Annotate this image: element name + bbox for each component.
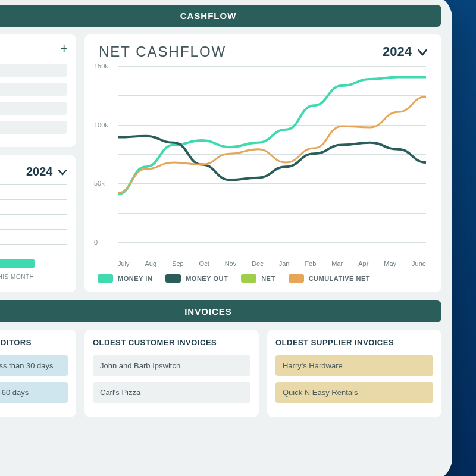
y-tick: 150k bbox=[94, 62, 108, 70]
creditors-card: CREDITORS Less than 30 days 30-60 days bbox=[0, 330, 76, 417]
placeholder-row bbox=[0, 64, 67, 77]
chart-title: NET CASHFLOW bbox=[99, 43, 226, 60]
side-year-selector[interactable]: 2024 bbox=[0, 165, 67, 178]
y-tick: 100k bbox=[94, 121, 108, 129]
creditor-item[interactable]: Less than 30 days bbox=[0, 355, 68, 376]
placeholder-row bbox=[0, 121, 67, 134]
chart-legend: MONEY IN MONEY OUT NET CUMULATIVE NET bbox=[94, 267, 432, 283]
x-tick: July bbox=[118, 260, 130, 267]
creditor-item[interactable]: 30-60 days bbox=[0, 382, 68, 403]
y-tick: 0 bbox=[94, 239, 98, 246]
x-tick: May bbox=[384, 260, 396, 267]
x-tick: Aug bbox=[145, 260, 157, 267]
swatch-money-out bbox=[165, 274, 181, 283]
side-chart-card: 2024 THIS MONTH bbox=[0, 155, 76, 292]
side-year-value: 2024 bbox=[26, 165, 53, 178]
plus-icon[interactable]: + bbox=[60, 41, 68, 57]
chart-year-value: 2024 bbox=[383, 44, 412, 59]
x-tick: Feb bbox=[305, 260, 316, 267]
chart-series-money-in bbox=[118, 77, 426, 194]
oldest-customer-title: OLDEST CUSTOMER INVOICES bbox=[93, 338, 250, 347]
x-tick: June bbox=[412, 260, 426, 267]
x-tick: Mar bbox=[331, 260, 343, 267]
net-cashflow-chart: NET CASHFLOW 2024 150k100k50k0 JulyAugSe… bbox=[84, 34, 441, 292]
swatch-net bbox=[241, 274, 256, 283]
placeholder-row bbox=[0, 83, 67, 96]
y-tick: 50k bbox=[94, 180, 105, 187]
x-tick: Sep bbox=[172, 260, 184, 267]
legend-cumulative-net: CUMULATIVE NET bbox=[289, 274, 370, 283]
chevron-down-icon bbox=[58, 165, 67, 178]
section-cashflow: CASHFLOW bbox=[0, 5, 441, 27]
placeholder-row bbox=[0, 102, 67, 115]
chart-year-selector[interactable]: 2024 bbox=[383, 44, 427, 60]
supplier-invoice-item[interactable]: Harry's Hardware bbox=[275, 355, 433, 376]
x-tick: Nov bbox=[225, 260, 237, 267]
x-tick: Jan bbox=[279, 260, 290, 267]
legend-net: NET bbox=[241, 274, 275, 283]
swatch-cumulative bbox=[289, 274, 304, 283]
section-invoices: INVOICES bbox=[0, 300, 441, 322]
customer-invoice-item[interactable]: Carl's Pizza bbox=[93, 382, 250, 403]
customer-invoice-item[interactable]: John and Barb Ipswitch bbox=[93, 355, 250, 376]
summary-card: + bbox=[0, 34, 76, 147]
this-month-marker bbox=[0, 259, 35, 268]
x-tick: Oct bbox=[199, 260, 209, 267]
chart-series-money-out bbox=[118, 136, 426, 180]
x-tick: Apr bbox=[358, 260, 368, 267]
legend-money-out: MONEY OUT bbox=[165, 274, 228, 283]
supplier-invoice-item[interactable]: Quick N Easy Rentals bbox=[275, 382, 433, 403]
chevron-down-icon bbox=[418, 44, 427, 60]
oldest-supplier-card: OLDEST SUPPLIER INVOICES Harry's Hardwar… bbox=[267, 330, 441, 417]
swatch-money-in bbox=[98, 274, 113, 283]
this-month-label: THIS MONTH bbox=[0, 274, 34, 280]
x-tick: Dec bbox=[252, 260, 264, 267]
creditors-title: CREDITORS bbox=[0, 338, 68, 347]
oldest-customer-card: OLDEST CUSTOMER INVOICES John and Barb I… bbox=[84, 330, 259, 417]
oldest-supplier-title: OLDEST SUPPLIER INVOICES bbox=[275, 338, 433, 347]
legend-money-in: MONEY IN bbox=[98, 274, 152, 283]
